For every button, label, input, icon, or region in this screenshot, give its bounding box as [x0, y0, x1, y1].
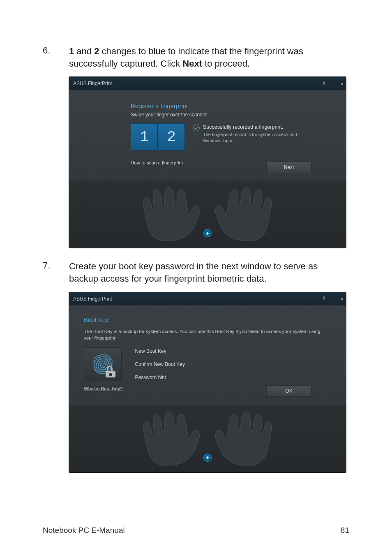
bootkey-fields: New Boot Key Confirm New Boot Key Passwo…	[135, 347, 331, 388]
bold-next: Next	[182, 58, 202, 69]
fingerprint-lock-icon	[84, 347, 122, 381]
right-hand-icon	[208, 410, 290, 467]
scan-row: 1 2 Successfully recorded a fingerprint.…	[131, 123, 331, 150]
page-footer: Notebook PC E-Manual 81	[43, 526, 349, 535]
page-number: 81	[341, 526, 349, 535]
next-button[interactable]: Next	[266, 162, 311, 173]
step-number: 6.	[43, 45, 69, 56]
titlebar: ASUS FingerPrint i — ×	[69, 77, 346, 90]
left-hand-icon	[125, 410, 208, 467]
step-6: 6. 1 and 2 changes to blue to indicate t…	[43, 45, 349, 69]
close-icon[interactable]: ×	[340, 81, 344, 87]
status-row: Successfully recorded a fingerprint. The…	[193, 124, 302, 144]
confirm-bootkey-field[interactable]: Confirm New Boot Key	[135, 361, 331, 367]
how-to-scan-link[interactable]: How to scan a fingerprint	[131, 160, 183, 165]
bold-2: 2	[94, 46, 99, 56]
left-hand-icon	[125, 185, 208, 243]
step-text: Create your boot key password in the nex…	[69, 260, 349, 285]
scan-counter-1: 1	[131, 123, 158, 150]
hands-panel: +	[69, 405, 346, 472]
step-number: 7.	[43, 260, 69, 271]
register-heading: Register a fingerprint	[131, 102, 331, 109]
bootkey-heading: Boot Key	[84, 316, 331, 323]
status-desc: The fingerprint record is for system acc…	[203, 132, 302, 144]
info-icon[interactable]: i	[323, 81, 326, 87]
close-icon[interactable]: ×	[340, 296, 344, 302]
bootkey-panel: Boot Key The Boot Key is a backup for sy…	[69, 305, 346, 405]
window-title: ASUS FingerPrint	[73, 296, 112, 302]
footer-title: Notebook PC E-Manual	[43, 526, 125, 535]
minimize-icon[interactable]: —	[331, 81, 334, 87]
window-title: ASUS FingerPrint	[73, 81, 112, 86]
what-is-bootkey-link[interactable]: What is Boot Key?	[84, 386, 123, 391]
window-controls: i — ×	[323, 292, 344, 305]
bootkey-left-col: What is Boot Key?	[84, 347, 123, 392]
scan-counter-2: 2	[158, 123, 185, 150]
page: 6. 1 and 2 changes to blue to indicate t…	[0, 0, 392, 553]
bold-1: 1	[69, 46, 74, 56]
status-title: Successfully recorded a fingerprint.	[203, 124, 302, 130]
screenshot-register-fingerprint: ASUS FingerPrint i — × Register a finger…	[69, 77, 346, 248]
new-bootkey-field[interactable]: New Boot Key	[135, 348, 331, 354]
register-panel: Register a fingerprint Swipe your finger…	[69, 90, 346, 180]
register-subheading: Swipe your finger over the scanner.	[131, 112, 331, 118]
t3: to proceed.	[202, 58, 250, 69]
bootkey-desc: The Boot Key is a backup for system acce…	[84, 328, 330, 342]
status-texts: Successfully recorded a fingerprint. The…	[203, 124, 302, 144]
titlebar: ASUS FingerPrint i — ×	[69, 292, 346, 305]
padlock-icon	[106, 367, 115, 377]
screenshot-boot-key: ASUS FingerPrint i — × Boot Key The Boot…	[69, 292, 346, 472]
t1: and	[74, 46, 94, 56]
info-icon[interactable]: i	[323, 296, 326, 302]
window-controls: i — ×	[323, 77, 344, 90]
scan-counters: 1 2	[131, 123, 185, 150]
step-text: 1 and 2 changes to blue to indicate that…	[69, 45, 349, 69]
step-7: 7. Create your boot key password in the …	[43, 260, 349, 285]
right-hand-icon	[208, 185, 290, 243]
check-icon	[193, 125, 200, 131]
ok-button[interactable]: OK	[266, 385, 311, 397]
status-column: Successfully recorded a fingerprint. The…	[193, 123, 302, 144]
hands-panel: +	[69, 180, 346, 248]
password-hint-field[interactable]: Password hint	[135, 375, 331, 380]
minimize-icon[interactable]: —	[331, 296, 334, 302]
